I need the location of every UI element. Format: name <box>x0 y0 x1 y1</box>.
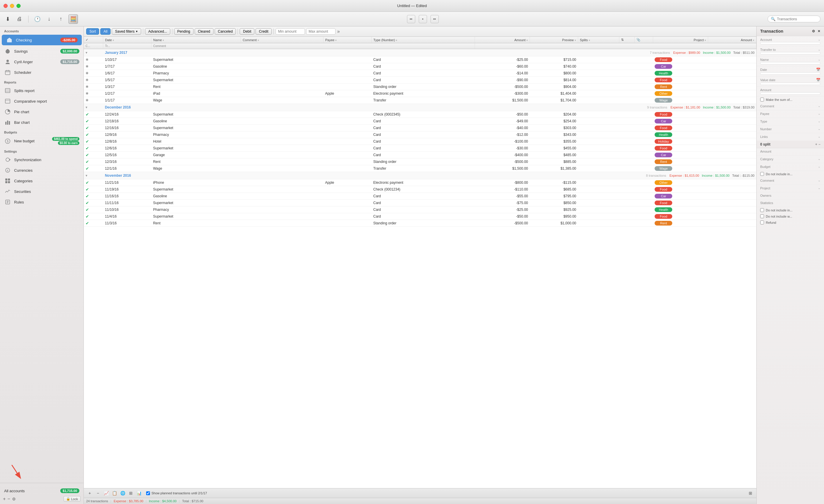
grid-view-button[interactable]: ⊞ <box>747 490 754 497</box>
debit-filter-button[interactable]: Debit <box>240 28 254 35</box>
header-amount2[interactable]: Amount ▾ <box>708 37 756 43</box>
print-icon[interactable]: 🖨 <box>15 15 23 23</box>
sidebar-item-new-budget[interactable]: $ New budget $461.00 to spend $0.00 to e… <box>0 135 84 147</box>
globe-icon[interactable]: 🌐 <box>119 490 126 497</box>
all-accounts-row[interactable]: All accounts $1,715.00 <box>0 487 84 495</box>
table-row[interactable]: ✔ 11/16/16 Gasoline Card -$55.00 $795.00… <box>84 193 756 200</box>
do-not-include-checkbox[interactable] <box>760 172 764 176</box>
type-expand-icon[interactable]: ⌄ <box>818 119 820 123</box>
transactions-table-container[interactable]: ✓ Date ▾ Name ▾ Comment ▾ Payee ▾ Type (… <box>84 37 756 488</box>
sidebar-item-currencies[interactable]: € Currencies <box>0 165 84 176</box>
sidebar-item-comparative-report[interactable]: Comparative report <box>0 96 84 106</box>
import-icon[interactable]: ↓ <box>45 15 53 23</box>
lock-button[interactable]: 🔒 Lock <box>64 496 81 502</box>
table-row[interactable]: ✱ 1/3/17 Rent Standing order -$500.00 $9… <box>84 84 756 90</box>
table-row[interactable]: ✱ 1/2/17 iPad Apple Electronic payment -… <box>84 90 756 97</box>
all-filter-button[interactable]: All <box>100 28 111 35</box>
add-transaction-button[interactable]: + <box>86 490 93 497</box>
transfer-expand-icon[interactable]: ⌄ <box>818 47 820 52</box>
cleared-filter-button[interactable]: Cleared <box>195 28 213 35</box>
sidebar-item-splits-report[interactable]: Splits report <box>0 85 84 96</box>
links-expand-icon[interactable]: ⌄ <box>818 135 820 138</box>
table-row[interactable]: ✱ 1/7/17 Gasoline Card -$60.00 $740.00 C… <box>84 63 756 70</box>
max-amount-input[interactable] <box>306 28 335 35</box>
calculator-icon[interactable]: 🧮 <box>69 14 78 24</box>
name-expand-icon[interactable]: ⌄ <box>818 58 820 62</box>
make-sum-checkbox[interactable] <box>760 98 764 101</box>
copy-icon[interactable]: 📋 <box>111 490 118 497</box>
table-row[interactable]: ✔ 11/3/16 Rent Standing order -$500.00 $… <box>84 220 756 227</box>
min-amount-input[interactable] <box>276 28 305 35</box>
close-button[interactable] <box>4 4 8 8</box>
export-icon[interactable]: ↑ <box>57 15 65 23</box>
table-row[interactable]: ✔ 11/4/16 Supermarket Card -$50.00 $950.… <box>84 213 756 220</box>
canceled-filter-button[interactable]: Canceled <box>215 28 236 35</box>
table-row[interactable]: ✱ 1/5/17 Supermarket Card -$90.00 $814.0… <box>84 77 756 84</box>
table-row[interactable]: ✔ 11/19/16 Supermarket Check (0001234) -… <box>84 186 756 193</box>
sidebar-item-savings[interactable]: Savings $2,000.00 <box>0 46 84 57</box>
minimize-button[interactable] <box>10 4 14 8</box>
sort-button[interactable]: Sort <box>86 28 99 35</box>
sidebar-item-categories[interactable]: Categories <box>0 176 84 186</box>
sidebar-item-scheduler[interactable]: Scheduler <box>0 67 84 78</box>
sidebar-item-checking[interactable]: Checking -$285.00 <box>2 35 82 45</box>
table-row[interactable]: ✔ 12/6/16 Supermarket Card -$30.00 $455.… <box>84 145 756 152</box>
header-comment[interactable]: Comment ▾ <box>241 37 323 43</box>
panel-close-icon[interactable]: ✕ <box>818 29 820 33</box>
refund-checkbox[interactable] <box>760 220 764 224</box>
table-row[interactable]: ✔ 11/11/16 Supermarket Card -$75.00 $850… <box>84 200 756 206</box>
line-chart-icon[interactable]: 📈 <box>103 490 110 497</box>
value-date-calendar-icon[interactable]: 📅 <box>816 78 820 82</box>
table-row[interactable]: ✱ 1/6/17 Pharmacy Card -$14.00 $800.00 H… <box>84 70 756 77</box>
window-left-icon[interactable]: ▪▪ <box>407 15 415 23</box>
table-row[interactable]: ✱ 1/1/17 Wage Transfer $1,500.00 $1,704.… <box>84 97 756 104</box>
number-expand-icon[interactable]: ⌄ <box>818 127 820 131</box>
table-row[interactable]: ✔ 12/9/16 Pharmacy Card -$12.00 $343.00 … <box>84 131 756 138</box>
header-payee[interactable]: Payee ▾ <box>323 37 372 43</box>
sidebar-item-pie-chart[interactable]: Pie chart <box>0 106 84 117</box>
split-comment-expand-icon[interactable]: ⌄ <box>818 179 820 182</box>
date-field-value[interactable] <box>760 72 820 75</box>
fullscreen-button[interactable] <box>16 4 21 8</box>
window-right-icon[interactable]: ▪▪ <box>430 15 439 23</box>
date-calendar-icon[interactable]: 📅 <box>816 68 820 72</box>
pending-filter-button[interactable]: Pending <box>174 28 194 35</box>
split-add-icon[interactable]: + <box>815 142 817 146</box>
header-splits[interactable]: Splits ▾ <box>578 37 619 43</box>
payee-expand-icon[interactable]: ⌄ <box>818 112 820 116</box>
table-row[interactable]: ✔ 11/10/16 Pharmacy Card -$25.00 $925.00… <box>84 206 756 213</box>
comment-expand-icon[interactable]: ⌄ <box>818 104 820 108</box>
account-settings-button[interactable]: ⚙ <box>12 497 16 501</box>
search-input[interactable] <box>777 17 817 21</box>
header-type[interactable]: Type (Number) ▾ <box>372 37 475 43</box>
panel-settings-icon[interactable]: ⚙ <box>812 29 815 33</box>
download-icon[interactable]: ⬇ <box>4 15 12 23</box>
table-row[interactable]: ✱ 1/10/17 Supermarket Card -$25.00 $715.… <box>84 57 756 63</box>
sidebar-item-synchronization[interactable]: Synchronization <box>0 155 84 165</box>
header-date[interactable]: Date ▾ <box>103 37 151 43</box>
saved-filters-button[interactable]: Saved filters ▼ <box>112 28 141 35</box>
sidebar-item-securities[interactable]: Securities <box>0 186 84 197</box>
account-expand-icon[interactable]: ⌄ <box>818 38 820 41</box>
table-row[interactable]: ✔ 12/1/16 Wage Transfer $1,500.00 $1,385… <box>84 165 756 172</box>
sidebar-item-bar-chart[interactable]: Bar chart <box>0 117 84 128</box>
columns-icon[interactable]: ⊞ <box>127 490 134 497</box>
table-row[interactable]: ✔ 12/8/16 Hotel Card -$100.00 $355.00 Ho… <box>84 138 756 145</box>
table-row[interactable]: ✔ 12/16/16 Supermarket Card -$40.00 $303… <box>84 125 756 131</box>
expand-filters-icon[interactable]: » <box>337 29 340 34</box>
name-field-value[interactable] <box>760 62 820 65</box>
split-project-expand-icon[interactable]: ⌄ <box>818 186 820 190</box>
table-row[interactable]: ✔ 12/18/16 Gasoline Card -$49.00 $254.00… <box>84 118 756 125</box>
header-name[interactable]: Name ▾ <box>151 37 240 43</box>
value-date-field-value[interactable] <box>760 83 820 85</box>
amount-field-value[interactable] <box>760 92 820 95</box>
remove-account-button[interactable]: − <box>7 496 10 502</box>
window-center-icon[interactable]: ▪ <box>419 15 427 23</box>
credit-filter-button[interactable]: Credit <box>255 28 272 35</box>
header-amount[interactable]: Amount ▾ <box>475 37 530 43</box>
search-bar[interactable]: 🔍 <box>767 16 820 22</box>
transfer-field-value[interactable] <box>760 52 820 55</box>
split-budget-expand-icon[interactable]: ⌄ <box>818 165 820 169</box>
show-planned-checkbox[interactable] <box>146 491 150 495</box>
table-row[interactable]: ✔ 12/24/16 Supermarket Check (0002345) -… <box>84 111 756 118</box>
